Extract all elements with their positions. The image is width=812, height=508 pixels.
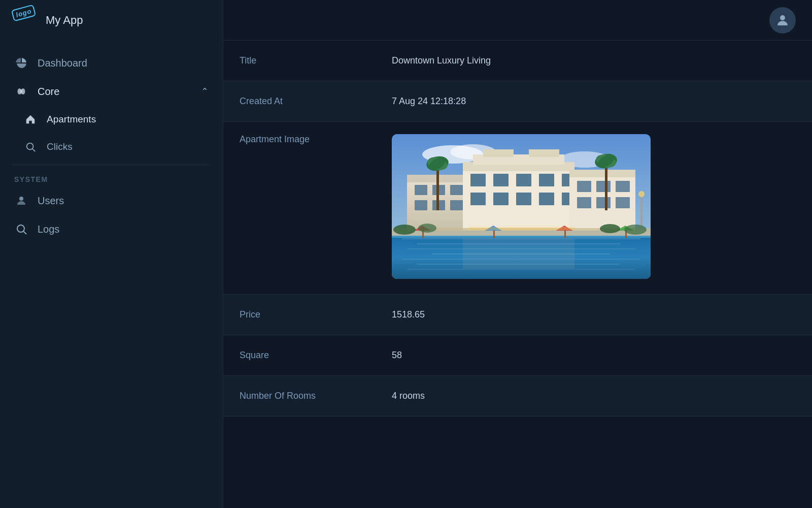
app-title: My App: [46, 14, 83, 27]
svg-rect-66: [564, 230, 566, 238]
svg-point-3: [27, 143, 33, 150]
detail-row-title: Title Downtown Luxury Living: [223, 41, 812, 81]
logs-label: Logs: [38, 224, 59, 235]
svg-rect-26: [470, 174, 486, 186]
sidebar-divider: [12, 165, 211, 165]
svg-point-74: [393, 225, 416, 235]
svg-rect-25: [529, 149, 559, 157]
svg-rect-24: [483, 149, 514, 157]
svg-point-8: [780, 15, 785, 20]
chart-pie-icon: [14, 56, 28, 70]
dashboard-label: Dashboard: [38, 57, 87, 69]
svg-rect-2: [20, 89, 22, 93]
value-square: 58: [392, 350, 796, 361]
svg-rect-34: [539, 193, 554, 205]
svg-rect-28: [516, 174, 531, 186]
detail-row-apartment-image: Apartment Image: [223, 122, 812, 295]
svg-rect-37: [569, 170, 635, 177]
value-price: 1518.65: [392, 309, 796, 320]
system-section-label: SYSTEM: [0, 169, 223, 186]
label-apartment-image: Apartment Image: [240, 134, 392, 145]
svg-rect-30: [562, 174, 569, 186]
core-label: Core: [38, 86, 59, 98]
home-icon: [23, 112, 38, 126]
search-icon: [23, 140, 38, 154]
label-number-of-rooms: Number Of Rooms: [240, 391, 392, 401]
sidebar-item-users[interactable]: Users: [0, 186, 223, 215]
svg-rect-73: [468, 227, 574, 230]
chevron-up-icon: ⌃: [201, 86, 209, 97]
sidebar-item-dashboard[interactable]: Dashboard: [0, 49, 223, 77]
svg-rect-31: [470, 193, 486, 205]
sidebar: logo My App Dashboard: [0, 0, 223, 508]
svg-rect-44: [436, 165, 439, 210]
svg-rect-27: [493, 174, 509, 186]
main-nav: Dashboard Core ⌃: [0, 41, 223, 508]
detail-row-square: Square 58: [223, 335, 812, 376]
label-created-at: Created At: [240, 96, 392, 107]
value-created-at: 7 Aug 24 12:18:28: [392, 96, 796, 107]
sidebar-item-clicks[interactable]: Clicks: [0, 133, 223, 161]
detail-row-created-at: Created At 7 Aug 24 12:18:28: [223, 81, 812, 122]
value-number-of-rooms: 4 rooms: [392, 391, 796, 401]
svg-rect-38: [577, 181, 591, 192]
core-subnav: Apartments Clicks: [0, 106, 223, 161]
value-title: Downtown Luxury Living: [392, 55, 796, 66]
topbar: [223, 0, 812, 41]
detail-row-price: Price 1518.65: [223, 295, 812, 335]
svg-rect-40: [616, 181, 630, 192]
label-title: Title: [240, 55, 392, 66]
svg-rect-15: [415, 185, 427, 195]
main-content: Title Downtown Luxury Living Created At …: [223, 0, 812, 508]
svg-rect-61: [392, 236, 651, 238]
svg-rect-20: [450, 200, 463, 210]
apartments-label: Apartments: [47, 114, 96, 125]
sidebar-header: logo My App: [0, 0, 223, 41]
detail-table: Title Downtown Luxury Living Created At …: [223, 41, 812, 508]
svg-point-77: [624, 225, 647, 235]
sidebar-item-logs[interactable]: Logs: [0, 215, 223, 243]
sidebar-item-apartments[interactable]: Apartments: [0, 106, 223, 133]
svg-rect-70: [463, 238, 574, 269]
detail-row-number-of-rooms: Number Of Rooms 4 rooms: [223, 376, 812, 417]
svg-rect-48: [605, 162, 607, 210]
brain-icon: [14, 84, 28, 99]
svg-point-76: [600, 224, 620, 233]
logs-search-icon: [14, 222, 28, 236]
label-square: Square: [240, 350, 392, 361]
users-label: Users: [38, 195, 64, 207]
logo-icon: logo: [12, 7, 39, 34]
svg-point-72: [638, 191, 645, 197]
clicks-label: Clicks: [47, 141, 73, 152]
svg-line-4: [32, 149, 35, 151]
svg-rect-29: [539, 174, 554, 186]
svg-rect-42: [596, 197, 611, 208]
sidebar-item-core[interactable]: Core ⌃: [0, 77, 223, 106]
logo-badge: logo: [11, 5, 37, 22]
svg-rect-43: [616, 197, 630, 208]
apartment-image: [392, 134, 651, 279]
svg-point-75: [418, 224, 436, 233]
svg-rect-71: [640, 195, 642, 228]
svg-rect-60: [407, 269, 635, 270]
label-price: Price: [240, 309, 392, 320]
svg-point-6: [17, 225, 24, 232]
svg-rect-32: [493, 193, 509, 205]
svg-rect-35: [562, 193, 569, 205]
svg-rect-64: [493, 230, 495, 238]
svg-rect-39: [596, 181, 611, 192]
user-avatar[interactable]: [769, 7, 796, 34]
svg-line-7: [24, 232, 27, 235]
svg-rect-33: [516, 193, 531, 205]
svg-rect-17: [450, 185, 463, 195]
svg-rect-41: [577, 197, 591, 208]
user-icon: [14, 194, 28, 208]
svg-point-5: [19, 197, 23, 201]
svg-rect-18: [415, 200, 427, 210]
